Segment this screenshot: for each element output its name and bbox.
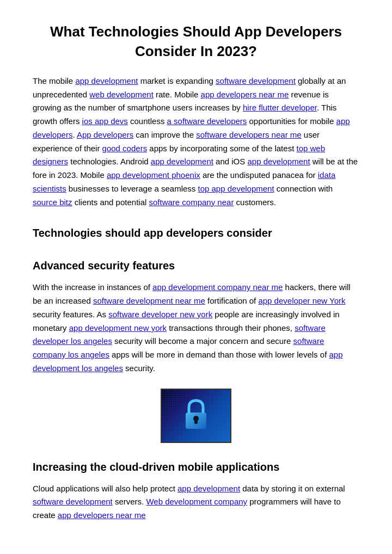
section3-paragraph: Cloud applications will also help protec… [33,482,359,522]
link-app-dev-company-near[interactable]: app development company near me [152,282,283,292]
security-image-container [33,389,359,443]
link-software-developer-new-york[interactable]: software developer new york [108,310,212,319]
link-app-development-3[interactable]: app development [247,157,310,166]
link-software-development-cloud[interactable]: software development [33,497,113,506]
section2-heading: Advanced security features [33,257,359,274]
page-title: What Technologies Should App Developers … [33,22,359,61]
svg-rect-2 [194,418,198,424]
link-web-development[interactable]: web development [89,90,154,99]
lock-image [161,389,231,443]
link-app-developer-new-york[interactable]: app developer new York [258,296,345,305]
link-hire-flutter[interactable]: hire flutter developer [243,103,317,112]
section2-paragraph: With the increase in instances of app de… [33,281,359,375]
intro-paragraph: The mobile app development market is exp… [33,75,359,210]
link-app-development-2[interactable]: app development [151,157,213,166]
link-ios-app-devs[interactable]: ios app devs [82,116,128,126]
link-web-development-company[interactable]: Web development company [146,497,247,506]
link-software-dev-near-me[interactable]: software development near me [93,296,205,305]
link-app-developers-2[interactable]: App developers [77,130,133,139]
lock-icon [182,398,210,433]
link-app-development-new-york[interactable]: app development new york [69,323,167,333]
link-top-app-development[interactable]: top app development [198,184,274,193]
link-app-development[interactable]: app development [75,76,138,85]
link-software-developers-near-me[interactable]: software developers near me [196,130,301,139]
link-app-developers-near-me[interactable]: app developers near me [201,90,289,99]
link-app-developers-near-me-2[interactable]: app developers near me [58,510,146,520]
link-app-development-cloud[interactable]: app development [177,484,240,493]
page-container: What Technologies Should App Developers … [0,0,392,552]
link-app-development-phoenix[interactable]: app development phoenix [107,170,200,180]
section3-heading: Increasing the cloud-driven mobile appli… [33,458,359,476]
section1-heading: Technologies should app developers consi… [33,224,359,242]
link-software-development[interactable]: software development [216,76,296,85]
link-good-coders[interactable]: good coders [102,144,148,153]
link-software-company-near[interactable]: software company near [149,198,234,207]
link-source-bitz[interactable]: source bitz [33,198,72,207]
link-a-software-developers[interactable]: a software developers [167,116,247,126]
